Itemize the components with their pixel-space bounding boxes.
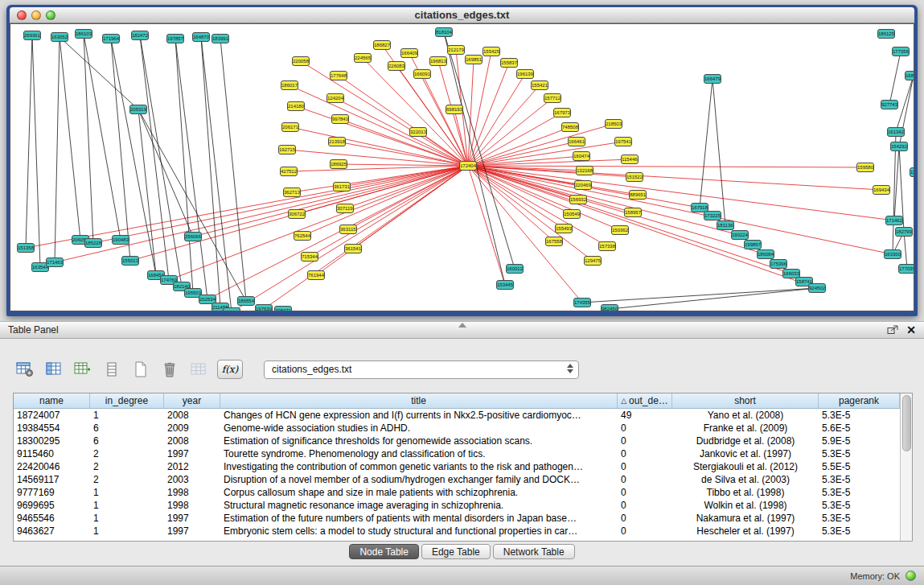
graph-node[interactable]: 1604744: [573, 151, 590, 161]
graph-node[interactable]: 2200584: [292, 56, 310, 66]
close-panel-icon[interactable]: ✕: [906, 324, 916, 336]
graph-node[interactable]: 1534454: [496, 280, 514, 290]
graph-node[interactable]: 2141805: [287, 101, 305, 111]
graph-node[interactable]: 3220134: [409, 127, 427, 137]
graph-node[interactable]: 1865544: [237, 296, 255, 306]
table-row[interactable]: 946554611997Estimation of the future num…: [14, 512, 900, 525]
graph-node[interactable]: 1515224: [626, 172, 643, 182]
graph-node[interactable]: 1776488: [330, 71, 347, 80]
graph-node[interactable]: 1714624: [885, 216, 903, 225]
column-header-pagerank[interactable]: pagerank: [819, 393, 900, 408]
graph-node[interactable]: 1542924: [890, 142, 908, 151]
graph-node[interactable]: 1753964: [770, 259, 787, 269]
graph-node[interactable]: 1577124: [544, 93, 561, 103]
graph-node[interactable]: 1294754: [584, 256, 602, 266]
column-header-name[interactable]: name: [14, 393, 90, 408]
tab-network-table[interactable]: Network Table: [493, 544, 575, 559]
scrollbar-thumb[interactable]: [902, 395, 911, 451]
graph-node[interactable]: 1664093: [400, 48, 418, 58]
table-row[interactable]: 911546021997Tourette syndrome. Phenomeno…: [14, 447, 900, 460]
graph-node[interactable]: 1633004: [884, 249, 901, 259]
tab-node-table[interactable]: Node Table: [349, 544, 419, 559]
tab-edge-table[interactable]: Edge Table: [421, 544, 491, 559]
graph-node[interactable]: 3071193: [336, 204, 354, 213]
graph-node[interactable]: 2245653: [354, 53, 372, 63]
window-titlebar[interactable]: citations_edges.txt: [10, 7, 914, 23]
graph-node[interactable]: 8896514: [629, 190, 647, 200]
graph-node[interactable]: 1904834: [112, 235, 129, 245]
graph-node[interactable]: 1732254: [704, 211, 721, 220]
graph-node[interactable]: 7619444: [307, 270, 325, 280]
graph-node[interactable]: 1679733: [553, 108, 571, 117]
graph-node[interactable]: 1554254: [483, 47, 500, 56]
graph-node[interactable]: 1569324: [569, 195, 587, 204]
splitter-handle[interactable]: [458, 323, 466, 328]
graph-node[interactable]: 1660914: [413, 69, 431, 79]
graph-node[interactable]: 2204694: [574, 180, 592, 190]
graph-node[interactable]: 1827994: [895, 227, 913, 237]
graph-node[interactable]: 3067222: [288, 209, 306, 219]
network-canvas[interactable]: 1724041220058418601772141805206171319271…: [10, 23, 914, 311]
graph-node[interactable]: 1811364: [717, 220, 734, 230]
graph-node[interactable]: 6981934: [446, 105, 463, 114]
graph-node[interactable]: 1860844: [757, 249, 774, 259]
trash-icon[interactable]: [159, 359, 180, 380]
graph-node[interactable]: 2053194: [129, 105, 147, 114]
graph-node[interactable]: 1998974: [744, 240, 762, 249]
graph-node[interactable]: 1664794: [704, 74, 721, 84]
graph-node[interactable]: 1714634: [46, 257, 64, 267]
table-row[interactable]: 977716911998Corpus callosum shape and si…: [14, 486, 900, 499]
zoom-window-button[interactable]: [46, 10, 55, 20]
graph-node[interactable]: 8181044: [435, 27, 453, 37]
graph-node[interactable]: 1724041: [459, 161, 477, 171]
graph-node[interactable]: 1975414: [614, 137, 632, 146]
column-header-title[interactable]: title: [220, 393, 618, 408]
graph-node[interactable]: 1505494: [563, 209, 581, 219]
table-row[interactable]: 2242004622012Investigating the contribut…: [14, 460, 900, 473]
graph-node[interactable]: 1595804: [856, 163, 874, 172]
minimize-window-button[interactable]: [31, 10, 41, 20]
graph-node[interactable]: 1600124: [506, 264, 524, 274]
graph-node[interactable]: 1648704: [192, 32, 210, 42]
fx-button[interactable]: f(x): [217, 360, 243, 379]
graph-node[interactable]: 1861254: [877, 29, 895, 39]
graph-node[interactable]: 1861034: [75, 29, 92, 39]
graph-node[interactable]: 2185033: [605, 119, 622, 129]
graph-node[interactable]: 3627133: [283, 187, 301, 197]
graph-node[interactable]: 1860177: [281, 80, 298, 90]
graph-node[interactable]: 2084714: [274, 306, 292, 311]
column-header-year[interactable]: year: [164, 393, 220, 408]
table-row[interactable]: 1830029562008Estimation of significance …: [14, 435, 900, 447]
graph-node[interactable]: 1554934: [555, 224, 573, 233]
graph-node[interactable]: 1573384: [598, 241, 616, 251]
graph-node[interactable]: 1978574: [166, 34, 184, 43]
table-row[interactable]: 946362711997Embryonic stem cells: a mode…: [14, 525, 900, 538]
graph-node[interactable]: 1585564: [910, 167, 914, 177]
graph-node[interactable]: 1694344: [873, 185, 890, 195]
graph-node[interactable]: 1719644: [102, 34, 120, 43]
vertical-scrollbar[interactable]: [900, 393, 912, 541]
new-document-icon[interactable]: [130, 359, 151, 380]
graph-node[interactable]: 9277434: [881, 100, 898, 109]
close-window-button[interactable]: [17, 10, 27, 20]
graph-node[interactable]: 1976304: [255, 304, 273, 311]
graph-node[interactable]: 1503624: [611, 225, 629, 235]
graph-node[interactable]: 1968133: [429, 56, 447, 66]
graph-node[interactable]: 1688214: [905, 71, 914, 80]
rows-icon[interactable]: [101, 359, 122, 380]
graph-node[interactable]: 1550134: [121, 256, 139, 266]
graph-node[interactable]: 1321684: [576, 166, 593, 175]
column-header-in_degree[interactable]: in_degree: [90, 393, 164, 408]
graph-node[interactable]: 9245024: [808, 283, 826, 293]
graph-node[interactable]: 3615414: [344, 244, 362, 253]
column-header-out_de[interactable]: △out_de…: [618, 393, 672, 408]
graph-node[interactable]: 4275125: [280, 167, 298, 176]
graph-node[interactable]: 1902244: [731, 230, 749, 240]
table-add-icon[interactable]: [72, 359, 93, 380]
graph-node[interactable]: 1513584: [17, 243, 35, 253]
graph-node[interactable]: 2139183: [328, 137, 346, 146]
graph-node[interactable]: 1154464: [621, 154, 639, 164]
network-table-select[interactable]: citations_edges.txt: [264, 360, 579, 379]
graph-node[interactable]: 2121794: [447, 45, 465, 55]
graph-node[interactable]: 1770354: [898, 264, 914, 274]
